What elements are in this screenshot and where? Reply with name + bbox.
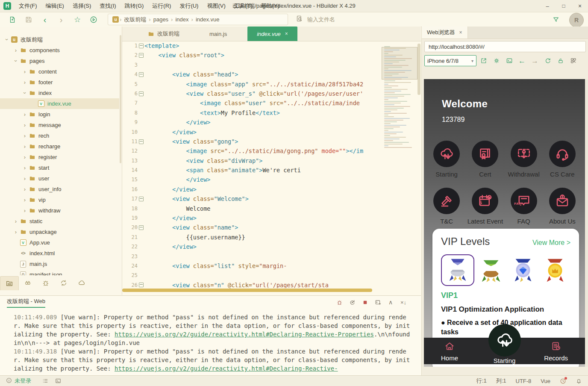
login-state[interactable]: 未登录 — [15, 377, 31, 385]
view-more-link[interactable]: View More > — [532, 239, 570, 247]
tree-item-indexhtml[interactable]: <>index.html — [0, 248, 119, 259]
editor-vertical-scrollbar[interactable] — [417, 44, 420, 95]
chevron-right-icon[interactable]: › — [13, 229, 18, 235]
chevron-right-icon[interactable]: › — [13, 47, 18, 53]
qrcode-icon[interactable] — [567, 56, 579, 66]
vip4-medal[interactable] — [540, 256, 570, 285]
minimap[interactable] — [382, 45, 416, 282]
forward-arrow-icon[interactable]: → — [529, 56, 541, 66]
tree-item-unpackage[interactable]: ›unpackage — [0, 227, 119, 237]
sync-icon[interactable] — [55, 276, 73, 290]
editor-tab-indexvue[interactable]: index.vue× — [247, 27, 297, 41]
tree-item-login[interactable]: ›login — [0, 109, 119, 120]
tree-item-withdraw[interactable]: ›withdraw — [0, 205, 119, 216]
stop-icon[interactable] — [359, 298, 371, 307]
chevron-right-icon[interactable]: › — [22, 154, 27, 160]
menu-item[interactable]: 查找(I) — [95, 3, 120, 9]
feature-starting[interactable]: Starting — [428, 141, 465, 178]
sidebar-scrollbar[interactable] — [120, 35, 121, 163]
new-file-icon[interactable] — [6, 15, 19, 25]
cloud-icon[interactable] — [73, 276, 91, 290]
log-link[interactable]: https://vuejs.org/v2/guide/reactivity.ht… — [115, 365, 338, 372]
breadcrumb-item[interactable]: index — [175, 16, 188, 23]
breadcrumb-item[interactable]: pages — [153, 16, 168, 23]
chevron-right-icon[interactable]: › — [22, 207, 27, 214]
tree-item-start[interactable]: ›start — [0, 162, 119, 173]
debug-icon[interactable] — [333, 298, 346, 307]
fold-marker-icon[interactable] — [138, 50, 144, 60]
new-terminal-icon[interactable] — [371, 298, 384, 307]
menu-item[interactable]: 发行(U) — [175, 3, 203, 9]
menu-item[interactable]: 运行(R) — [148, 3, 175, 9]
run-icon[interactable] — [87, 15, 100, 25]
tree-item-static[interactable]: ›static — [0, 216, 119, 227]
back-arrow-icon[interactable]: ← — [516, 56, 528, 66]
collapse-icon[interactable]: ∧ — [384, 298, 397, 307]
tree-item-manifestjson[interactable]: {}manifest.json — [0, 269, 119, 275]
encoding[interactable]: UTF-8 — [516, 378, 532, 384]
file-search-input[interactable] — [306, 16, 436, 23]
editor-tab-mainjs[interactable]: main.js — [200, 27, 236, 41]
chevron-right-icon[interactable]: › — [22, 186, 27, 192]
breadcrumb-item[interactable]: 改版前端 — [124, 16, 146, 24]
fold-marker-icon[interactable] — [138, 137, 144, 146]
nav-item-home[interactable]: Home — [441, 341, 458, 362]
settings-icon[interactable] — [491, 56, 502, 66]
menu-item[interactable]: 文件(F) — [15, 3, 41, 9]
feature-latest-event[interactable]: 5Latest Event — [467, 188, 503, 225]
bell-icon[interactable] — [576, 378, 582, 384]
chevron-down-icon[interactable]: › — [4, 37, 10, 42]
menu-item[interactable]: 帮助(Y) — [256, 3, 283, 9]
chevron-right-icon[interactable]: › — [22, 68, 27, 75]
feature-t-c[interactable]: T&C — [428, 188, 465, 225]
forward-icon[interactable]: › — [55, 15, 68, 25]
filter-icon[interactable] — [550, 15, 562, 25]
chevron-right-icon[interactable]: › — [22, 122, 27, 128]
vip2-medal[interactable] — [476, 256, 506, 285]
fold-marker-icon[interactable] — [138, 70, 144, 79]
console-icon[interactable] — [503, 56, 515, 66]
browser-tab[interactable]: Web浏览器 × — [422, 27, 468, 38]
editor-tab-[interactable]: 改版前端 — [137, 27, 189, 41]
chevron-down-icon[interactable]: › — [13, 59, 19, 64]
tree-item-appvue[interactable]: VApp.vue — [0, 237, 119, 248]
restart-icon[interactable] — [346, 298, 359, 307]
fold-marker-icon[interactable] — [138, 194, 144, 203]
feature-about-us[interactable]: About Us — [544, 188, 581, 225]
refresh-icon[interactable] — [542, 56, 553, 66]
terminal-icon[interactable] — [55, 378, 61, 384]
save-icon[interactable] — [22, 15, 35, 25]
tree-item-rech[interactable]: ›rech — [0, 130, 119, 141]
tree-item-[interactable]: ›u改版前端 — [0, 34, 119, 45]
vip3-medal[interactable] — [508, 256, 538, 285]
menu-item[interactable]: 编辑(E) — [41, 3, 68, 9]
tree-item-vip[interactable]: ›vip — [0, 194, 119, 205]
maximize-button[interactable]: □ — [556, 0, 572, 12]
chevron-right-icon[interactable]: › — [22, 165, 27, 171]
tree-item-mainjs[interactable]: Jmain.js — [0, 259, 119, 269]
fold-marker-icon[interactable] — [138, 41, 144, 50]
tree-item-message[interactable]: ›message — [0, 120, 119, 130]
outline-icon[interactable] — [42, 378, 48, 384]
code-area[interactable]: 1<template>2 <view class="root">34 <view… — [122, 41, 378, 288]
tree-item-userinfo[interactable]: ›user_info — [0, 184, 119, 194]
chevron-right-icon[interactable]: › — [22, 79, 27, 85]
files-icon[interactable] — [0, 276, 19, 290]
feature-cert[interactable]: Cert — [467, 141, 503, 178]
search-icon[interactable] — [19, 276, 37, 290]
tree-item-footer[interactable]: ›footer — [0, 77, 119, 88]
open-external-icon[interactable] — [478, 56, 489, 66]
feature-faq[interactable]: FAQFAQ — [506, 188, 542, 225]
language-mode[interactable]: Vue — [541, 378, 550, 384]
debug-icon[interactable] — [37, 276, 55, 290]
nav-starting-button[interactable] — [488, 324, 521, 357]
close-icon[interactable]: × — [285, 31, 288, 37]
device-select[interactable]: iPhone 6/7/8 ▾ — [424, 55, 476, 66]
vip1-medal[interactable] — [441, 254, 474, 286]
update-icon[interactable] — [560, 378, 566, 384]
chevron-down-icon[interactable]: › — [22, 91, 28, 96]
console-tab[interactable]: 改版前端 - Web — [7, 298, 45, 307]
tree-item-components[interactable]: ›components — [0, 45, 119, 56]
fold-marker-icon[interactable] — [138, 89, 144, 98]
clear-icon[interactable]: ×↓ — [397, 298, 410, 307]
